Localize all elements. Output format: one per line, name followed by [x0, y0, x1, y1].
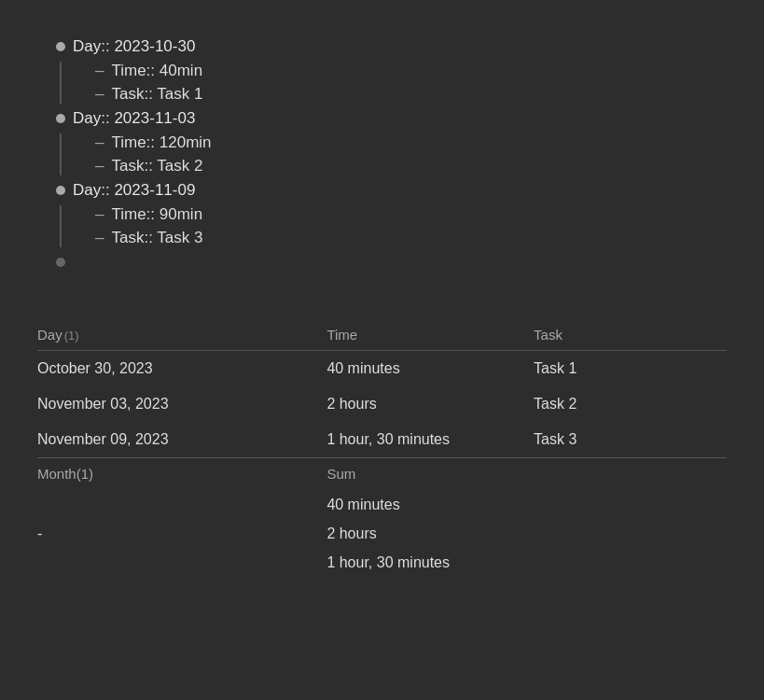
cell-task: Task 2	[534, 386, 727, 422]
sub-table-row: 40 minutes	[37, 489, 727, 518]
tree-item-label: Day:: 2023-11-09	[73, 181, 195, 200]
tree-dash-icon: –	[95, 133, 104, 152]
cell-task: Task 1	[534, 351, 727, 387]
tree-dash-icon: –	[95, 85, 104, 104]
sub-table-header-row: Month(1) Sum	[37, 458, 727, 489]
tree-child-label: Time:: 90min	[111, 205, 202, 224]
tree-root-item: Day:: 2023-11-09	[56, 181, 727, 200]
col-header-month: Month(1)	[37, 458, 326, 489]
sub-table: Month(1) Sum 40 minutes-2 hours1 hour, 3…	[37, 458, 727, 576]
cell-time: 2 hours	[326, 386, 534, 422]
cell-day: October 30, 2023	[37, 351, 326, 387]
cell-sum: 1 hour, 30 minutes	[326, 547, 727, 576]
table-section: Day(1) Time Task October 30, 202340 minu…	[37, 319, 727, 576]
tree-item-1: Day:: 2023-11-03–Time:: 120min–Task:: Ta…	[56, 109, 727, 175]
tree-root-item: Day:: 2023-10-30	[56, 37, 727, 56]
col-header-sum: Sum	[326, 458, 727, 489]
tree-child-item: –Task:: Task 3	[95, 229, 727, 247]
tree-child-label: Time:: 40min	[111, 62, 202, 80]
tree-child-label: Time:: 120min	[111, 133, 211, 152]
tree-child-label: Task:: Task 2	[111, 157, 202, 175]
tree-bullet-icon	[56, 258, 65, 267]
tree-root-item: Day:: 2023-11-03	[56, 109, 727, 128]
tree-children-group: –Time:: 40min–Task:: Task 1	[60, 62, 727, 104]
tree-bullet-icon	[56, 186, 65, 195]
main-table-header-row: Day(1) Time Task	[37, 319, 727, 351]
tree-item-label: Day:: 2023-11-03	[73, 109, 195, 128]
tree-root-item	[56, 253, 727, 267]
col-header-day: Day(1)	[37, 319, 326, 351]
tree-item-2: Day:: 2023-11-09–Time:: 90min–Task:: Tas…	[56, 181, 727, 247]
main-table: Day(1) Time Task October 30, 202340 minu…	[37, 319, 727, 458]
cell-time: 1 hour, 30 minutes	[326, 422, 534, 458]
cell-day: November 09, 2023	[37, 422, 326, 458]
table-row: November 09, 20231 hour, 30 minutesTask …	[37, 422, 727, 458]
table-row: October 30, 202340 minutesTask 1	[37, 351, 727, 387]
cell-sum: 40 minutes	[326, 489, 727, 518]
cell-sum: 2 hours	[326, 518, 727, 547]
cell-month: -	[37, 518, 326, 547]
tree-child-item: –Time:: 90min	[95, 205, 727, 224]
tree-dash-icon: –	[95, 229, 104, 247]
tree-dash-icon: –	[95, 157, 104, 175]
tree-item-0: Day:: 2023-10-30–Time:: 40min–Task:: Tas…	[56, 37, 727, 104]
cell-time: 40 minutes	[326, 351, 534, 387]
tree-item-3	[56, 253, 727, 267]
tree-child-item: –Time:: 120min	[95, 133, 727, 152]
sub-table-row: 1 hour, 30 minutes	[37, 547, 727, 576]
tree-child-item: –Task:: Task 1	[95, 85, 727, 104]
cell-task: Task 3	[534, 422, 727, 458]
sub-table-row: -2 hours	[37, 518, 727, 547]
tree-children-group: –Time:: 90min–Task:: Task 3	[60, 205, 727, 247]
tree-child-item: –Time:: 40min	[95, 62, 727, 80]
cell-day: November 03, 2023	[37, 386, 326, 422]
tree-bullet-icon	[56, 42, 65, 51]
tree-dash-icon: –	[95, 205, 104, 224]
cell-month	[37, 547, 326, 576]
tree-child-item: –Task:: Task 2	[95, 157, 727, 175]
tree-child-label: Task:: Task 3	[111, 229, 202, 247]
col-header-task: Task	[534, 319, 727, 351]
tree-dash-icon: –	[95, 62, 104, 80]
col-header-time: Time	[326, 319, 534, 351]
tree-item-label: Day:: 2023-10-30	[73, 37, 195, 56]
tree-child-label: Task:: Task 1	[111, 85, 202, 104]
cell-month	[37, 489, 326, 518]
tree-section: Day:: 2023-10-30–Time:: 40min–Task:: Tas…	[37, 19, 727, 301]
tree-children-group: –Time:: 120min–Task:: Task 2	[60, 133, 727, 175]
tree-bullet-icon	[56, 114, 65, 123]
table-row: November 03, 20232 hoursTask 2	[37, 386, 727, 422]
